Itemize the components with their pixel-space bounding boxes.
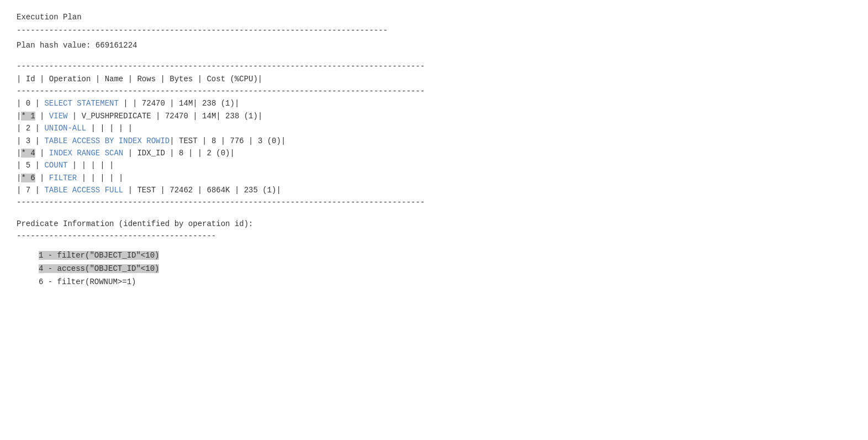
table-row: |* 4 | INDEX RANGE SCAN | IDX_ID | 8 | |… bbox=[17, 147, 851, 159]
table-bottom-border: ----------------------------------------… bbox=[17, 196, 851, 208]
predicate-separator: ----------------------------------------… bbox=[17, 230, 851, 242]
separator-top: ----------------------------------------… bbox=[17, 24, 851, 36]
plan-title: Execution Plan bbox=[17, 11, 851, 23]
operation-text: TABLE ACCESS BY INDEX ROWID bbox=[44, 137, 170, 145]
predicate-highlight-2: 4 - access("OBJECT_ID"<10) bbox=[39, 264, 159, 273]
table-row: | 5 | COUNT | | | | | bbox=[17, 159, 851, 171]
table-row: | 0 | SELECT STATEMENT | | 72470 | 14M| … bbox=[17, 97, 851, 109]
predicate-item-3: 6 - filter(ROWNUM>=1) bbox=[39, 276, 851, 288]
predicate-section: Predicate Information (identified by ope… bbox=[17, 218, 851, 289]
row-id-highlighted: * 1 bbox=[21, 112, 35, 121]
predicate-highlight-1: 1 - filter("OBJECT_ID"<10) bbox=[39, 251, 159, 260]
operation-text: FILTER bbox=[49, 174, 77, 182]
table-row: | 3 | TABLE ACCESS BY INDEX ROWID| TEST … bbox=[17, 135, 851, 147]
row-id-highlighted: * 6 bbox=[21, 174, 35, 182]
table-row: |* 6 | FILTER | | | | | bbox=[17, 172, 851, 184]
table-header-border: ----------------------------------------… bbox=[17, 85, 851, 97]
execution-plan-container: Execution Plan -------------------------… bbox=[17, 11, 851, 289]
operation-text: VIEW bbox=[49, 112, 68, 121]
operation-text: UNION-ALL bbox=[44, 124, 86, 133]
operation-text: COUNT bbox=[44, 161, 67, 170]
table-row: |* 1 | VIEW | V_PUSHPREDICATE | 72470 | … bbox=[17, 110, 851, 122]
table-row: | 2 | UNION-ALL | | | | | bbox=[17, 122, 851, 134]
predicate-item-2: 4 - access("OBJECT_ID"<10) bbox=[39, 263, 851, 275]
table-wrapper: ----------------------------------------… bbox=[17, 60, 851, 209]
table-top-border: ----------------------------------------… bbox=[17, 60, 851, 72]
table-row: | 7 | TABLE ACCESS FULL | TEST | 72462 |… bbox=[17, 184, 851, 196]
table-header-row: | Id | Operation | Name | Rows | Bytes |… bbox=[17, 73, 851, 85]
predicate-item-1: 1 - filter("OBJECT_ID"<10) bbox=[39, 249, 851, 261]
row-id: 0 bbox=[26, 99, 30, 108]
operation-text: INDEX RANGE SCAN bbox=[49, 149, 123, 158]
operation-text: SELECT STATEMENT bbox=[44, 99, 118, 108]
operation-text: TABLE ACCESS FULL bbox=[44, 186, 123, 195]
predicate-list: 1 - filter("OBJECT_ID"<10) 4 - access("O… bbox=[39, 249, 851, 289]
plan-hash: Plan hash value: 669161224 bbox=[17, 39, 851, 51]
predicate-title: Predicate Information (identified by ope… bbox=[17, 218, 851, 230]
row-id-highlighted: * 4 bbox=[21, 149, 35, 158]
